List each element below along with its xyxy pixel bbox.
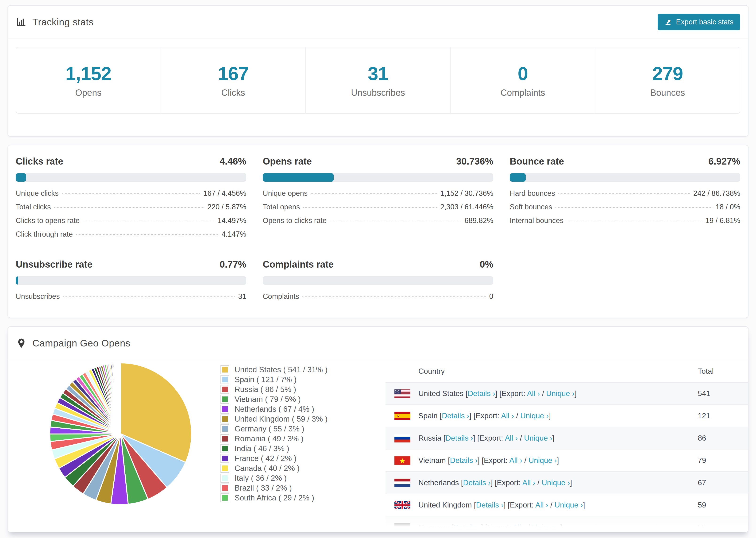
export-all-link[interactable]: All › (535, 501, 548, 509)
rate-row-value: 18 / 0% (716, 203, 740, 211)
geo-table-row-es: Spain [Details ›] [Export: All › / Uniqu… (386, 404, 748, 427)
rate-value: 30.736% (456, 156, 493, 167)
rate-progress-bar (510, 173, 740, 182)
legend-item-netherlands: Netherlands ( 67 / 4% ) (220, 404, 328, 414)
export-icon (664, 18, 672, 26)
country-column-header: Country (418, 367, 445, 376)
legend-label: Netherlands ( 67 / 4% ) (235, 405, 314, 413)
rate-row: Unique clicks167 / 4.456% (16, 189, 246, 203)
rate-row: Opens to clicks rate689.82% (263, 216, 493, 230)
rate-row: Complaints0 (263, 292, 493, 306)
bracket-text: ] [Export: (481, 523, 513, 531)
details-link[interactable]: Details › (476, 501, 503, 509)
rate-title: Bounce rate (510, 156, 564, 167)
export-all-link[interactable]: All › (505, 434, 518, 442)
legend-label: Romania ( 49 / 3% ) (235, 434, 303, 443)
rate-progress-fill (16, 276, 18, 285)
geo-table-row-ru: Russia [Details ›] [Export: All › / Uniq… (386, 427, 748, 449)
export-unique-link[interactable]: Unique › (546, 389, 574, 398)
rate-row-label: Internal bounces (510, 216, 564, 225)
legend-label: Germany ( 55 / 3% ) (235, 424, 304, 433)
rate-block-unsubscribe-rate: Unsubscribe rate0.77%Unsubscribes31 (16, 259, 246, 306)
legend-label: United States ( 541 / 31% ) (235, 365, 328, 374)
bracket-text: ] (574, 389, 577, 398)
rate-progress-bar (263, 173, 493, 182)
rate-row: Unsubscribes31 (16, 292, 246, 306)
rate-rows: Unique opens1,152 / 30.736%Total opens2,… (263, 189, 493, 230)
details-link[interactable]: Details › (446, 434, 473, 442)
total-cell: 67 (698, 478, 706, 487)
export-all-link[interactable]: All › (527, 389, 540, 398)
legend-label: France ( 42 / 2% ) (235, 454, 297, 463)
map-pin-icon (16, 338, 27, 349)
export-all-link[interactable]: All › (522, 478, 535, 487)
tracking-stats-header: Tracking stats Export basic stats (8, 6, 748, 39)
dotted-leader (556, 207, 712, 208)
bracket-text: ] (553, 434, 555, 442)
details-link[interactable]: Details › (450, 456, 477, 464)
bracket-text: ] (583, 501, 585, 509)
rate-head: Clicks rate4.46% (16, 156, 246, 167)
rate-progress-bar (16, 173, 246, 182)
export-unique-link[interactable]: Unique › (555, 501, 583, 509)
rate-row-label: Total clicks (16, 203, 51, 211)
export-basic-stats-button[interactable]: Export basic stats (658, 14, 740, 30)
legend-swatch (220, 474, 229, 483)
export-unique-link[interactable]: Unique › (520, 411, 549, 420)
bracket-text: / (540, 389, 546, 398)
stat-unsubscribes: 31Unsubscribes (305, 47, 450, 113)
export-unique-link[interactable]: Unique › (542, 478, 570, 487)
rate-row-value: 19 / 6.81% (706, 216, 740, 225)
rate-row: Clicks to opens rate14.497% (16, 216, 246, 230)
geo-title: Campaign Geo Opens (32, 338, 130, 349)
stat-label: Unsubscribes (351, 88, 405, 98)
bracket-text: United States [ (418, 389, 468, 398)
total-cell: 55 (698, 523, 706, 532)
rates-grid: Clicks rate4.46%Unique clicks167 / 4.456… (8, 145, 748, 306)
export-all-link[interactable]: All › (501, 411, 514, 420)
rate-block-bounce-rate: Bounce rate6.927%Hard bounces242 / 86.73… (510, 156, 740, 243)
bracket-text: Spain [ (418, 411, 442, 420)
export-unique-link[interactable]: Unique › (532, 523, 561, 531)
stat-label: Opens (75, 88, 101, 98)
country-cell: Spain [Details ›] [Export: All › / Uniqu… (418, 411, 551, 420)
rate-row-label: Opens to clicks rate (263, 216, 327, 225)
legend-item-russia: Russia ( 86 / 5% ) (220, 385, 328, 394)
legend-item-brazil: Brazil ( 33 / 2% ) (220, 483, 328, 493)
details-link[interactable]: Details › (468, 389, 495, 398)
details-link[interactable]: Details › (442, 411, 469, 420)
rate-value: 4.46% (220, 156, 246, 167)
legend-label: South Africa ( 29 / 2% ) (235, 493, 314, 502)
country-cell: Russia [Details ›] [Export: All › / Uniq… (418, 434, 555, 443)
campaign-geo-opens-card: Campaign Geo Opens United States ( 541 /… (8, 326, 748, 532)
rate-block-complaints-rate: Complaints rate0%Complaints0 (263, 259, 493, 306)
bracket-text: ] [Export: (491, 478, 522, 487)
rate-row-value: 31 (238, 292, 246, 301)
dotted-leader (63, 296, 235, 297)
bracket-text: / (514, 411, 520, 420)
legend-swatch (220, 454, 229, 463)
rate-progress-fill (263, 173, 334, 182)
legend-item-south-africa: South Africa ( 29 / 2% ) (220, 493, 328, 503)
geo-country-table: Country Total United States [Details ›] … (386, 360, 748, 532)
rates-card: Clicks rate4.46%Unique clicks167 / 4.456… (8, 145, 748, 318)
bracket-text: / (522, 456, 528, 464)
rate-value: 6.927% (708, 156, 740, 167)
export-all-link[interactable]: All › (509, 456, 522, 464)
export-all-link[interactable]: All › (513, 523, 526, 531)
rate-row-label: Soft bounces (510, 203, 552, 211)
bracket-text: ] (557, 456, 559, 464)
rate-row-value: 242 / 86.738% (693, 189, 740, 198)
details-link[interactable]: Details › (453, 523, 481, 531)
gb-flag-icon (395, 501, 418, 510)
pie-svg (48, 361, 193, 507)
vn-flag-icon (395, 456, 418, 465)
bracket-text: / (548, 501, 555, 509)
bracket-text: ] [Export: (504, 501, 535, 509)
rate-row-value: 14.497% (218, 216, 246, 225)
dotted-leader (330, 221, 461, 221)
export-unique-link[interactable]: Unique › (528, 456, 557, 464)
rate-title: Complaints rate (263, 259, 334, 270)
details-link[interactable]: Details › (463, 478, 490, 487)
export-unique-link[interactable]: Unique › (524, 434, 553, 442)
